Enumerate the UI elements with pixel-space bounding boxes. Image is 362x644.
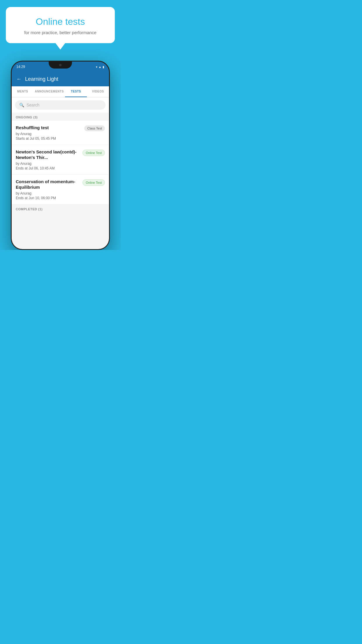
- speech-bubble: Online tests for more practice, better p…: [6, 7, 115, 43]
- phone-bottom: [12, 243, 109, 249]
- test-by-reshuffling: by Anurag: [16, 132, 81, 136]
- camera-dot: [59, 64, 61, 66]
- test-date-newtons: Ends at Jul 06, 10:45 AM: [16, 166, 80, 170]
- bubble-subtitle: for more practice, better performance: [14, 30, 107, 35]
- test-item-reshuffling[interactable]: Reshuffling test by Anurag Starts at Jul…: [12, 121, 109, 145]
- test-name-reshuffling: Reshuffling test: [16, 125, 81, 131]
- test-name-conservation: Conservation of momentum-Equilibrium: [16, 179, 80, 190]
- app-title: Learning Light: [25, 76, 58, 82]
- speech-bubble-container: Online tests for more practice, better p…: [0, 0, 121, 43]
- app-header: ← Learning Light: [12, 72, 109, 86]
- test-date-value-reshuffling: Jul 05, 05:45 PM: [30, 136, 56, 141]
- search-input[interactable]: Search: [27, 103, 39, 107]
- battery-icon: ▮: [103, 65, 104, 69]
- phone-content: 🔍 Search ONGOING (3) Reshuffling test by…: [12, 97, 109, 243]
- test-date-label-conservation: Ends at: [16, 196, 28, 200]
- test-by-newtons: by Anurag: [16, 162, 80, 166]
- completed-section-header: COMPLETED (1): [12, 204, 109, 213]
- test-name-newtons: Newton's Second law(contd)-Newton's Thir…: [16, 149, 80, 160]
- test-info-conservation: Conservation of momentum-Equilibrium by …: [16, 179, 80, 200]
- tab-videos[interactable]: VIDEOS: [87, 86, 109, 97]
- test-date-conservation: Ends at Jun 10, 06:00 PM: [16, 196, 80, 200]
- tabs-bar: MENTS ANNOUNCEMENTS TESTS VIDEOS: [12, 86, 109, 97]
- search-icon: 🔍: [19, 103, 24, 107]
- test-item-newtons[interactable]: Newton's Second law(contd)-Newton's Thir…: [12, 145, 109, 175]
- test-date-value-newtons: Jul 06, 10:45 AM: [29, 166, 55, 170]
- badge-class-test-reshuffling: Class Test: [84, 125, 105, 131]
- ongoing-section-header: ONGOING (3): [12, 113, 109, 121]
- bubble-title: Online tests: [14, 16, 107, 27]
- notch: [49, 62, 72, 69]
- signal-icon: ▲: [99, 65, 101, 69]
- badge-online-test-conservation: Online Test: [82, 179, 105, 186]
- test-item-conservation[interactable]: Conservation of momentum-Equilibrium by …: [12, 175, 109, 204]
- test-date-value-conservation: Jun 10, 06:00 PM: [29, 196, 56, 200]
- test-info-newtons: Newton's Second law(contd)-Newton's Thir…: [16, 149, 80, 170]
- test-by-conservation: by Anurag: [16, 191, 80, 195]
- badge-online-test-newtons: Online Test: [82, 150, 105, 156]
- tab-announcements[interactable]: ANNOUNCEMENTS: [34, 86, 65, 97]
- tab-ments[interactable]: MENTS: [12, 86, 34, 97]
- test-date-reshuffling: Starts at Jul 05, 05:45 PM: [16, 136, 81, 141]
- tab-tests[interactable]: TESTS: [65, 86, 87, 97]
- search-bar[interactable]: 🔍 Search: [15, 100, 106, 110]
- test-date-label-reshuffling: Starts at: [16, 136, 29, 141]
- status-time: 14:29: [16, 65, 25, 69]
- test-date-label-newtons: Ends at: [16, 166, 28, 170]
- phone-mockup: 14:29 ▾ ▲ ▮ ← Learning Light MENTS ANNOU…: [11, 61, 110, 250]
- back-button[interactable]: ←: [16, 76, 22, 82]
- test-info-reshuffling: Reshuffling test by Anurag Starts at Jul…: [16, 125, 81, 141]
- status-bar: 14:29 ▾ ▲ ▮: [12, 62, 109, 72]
- search-container: 🔍 Search: [12, 97, 109, 113]
- status-icons: ▾ ▲ ▮: [96, 65, 104, 69]
- wifi-icon: ▾: [96, 65, 97, 69]
